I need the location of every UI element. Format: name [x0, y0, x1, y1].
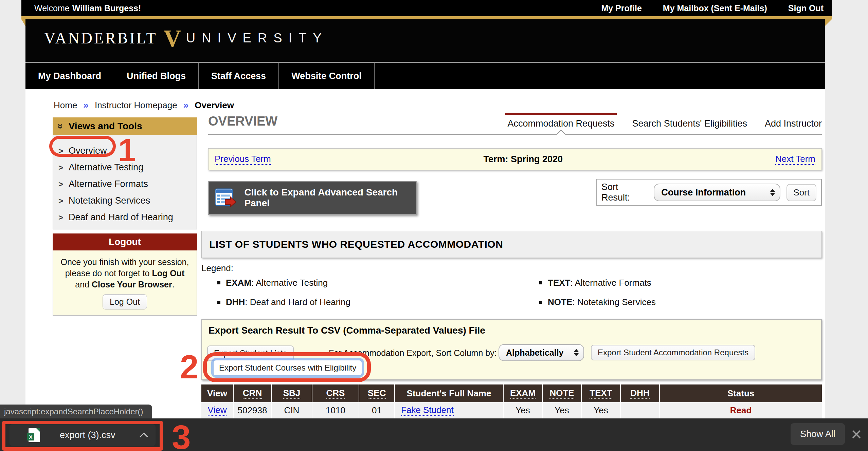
logout-text-line1: Once you finish with your session, [53, 257, 197, 268]
welcome-username: William Burgess! [72, 3, 141, 13]
sidebar-menu: > Overview > Alternative Testing > Alter… [53, 135, 197, 229]
legend-bullet-icon [539, 281, 542, 284]
tab-accommodation-requests[interactable]: Accommodation Requests [507, 118, 614, 129]
close-download-bar-icon[interactable] [849, 427, 864, 442]
tab-add-instructor[interactable]: Add Instructor [765, 118, 822, 129]
status-url-tooltip: javascript:expandSearchPlaceHolder() [0, 405, 152, 418]
cell-dhh [621, 402, 660, 418]
export-student-lists-button[interactable]: Export Student Lists [207, 345, 294, 361]
main-nav: My Dashboard Unified Blogs Staff Access … [25, 62, 825, 89]
sidebar-item-label: Overview [69, 146, 107, 156]
col-header-text[interactable]: TEXT [582, 384, 621, 402]
sidebar-item-alternative-testing[interactable]: > Alternative Testing [58, 159, 197, 176]
sidebar-item-label: Deaf and Hard of Hearing [69, 212, 173, 223]
sidebar-item-overview[interactable]: > Overview [58, 143, 197, 159]
chevron-up-icon[interactable] [140, 432, 148, 440]
col-header-dhh[interactable]: DHH [621, 384, 660, 402]
sidebar-item-deaf-and-hard-of-hearing[interactable]: > Deaf and Hard of Hearing [58, 209, 197, 226]
expand-advanced-search-button[interactable]: Click to Expand Advanced Search Panel [208, 181, 417, 215]
logout-line3-pre: and [75, 280, 92, 289]
sign-out-link[interactable]: Sign Out [788, 3, 824, 13]
vanderbilt-logo: VANDERBILT V UNIVERSITY [44, 26, 328, 51]
export-sort-column-label: For Accommodation Export, Sort Column by… [329, 348, 497, 358]
nav-staff-access[interactable]: Staff Access [199, 63, 279, 89]
legend-bullet-icon [217, 281, 220, 284]
cell-sbj: CIN [272, 402, 312, 418]
legend-desc: : Notetaking Services [572, 297, 656, 307]
downloaded-file-chip[interactable]: X export (3).csv [10, 424, 156, 446]
sidebar-header-label: Views and Tools [69, 121, 142, 132]
my-profile-link[interactable]: My Profile [601, 3, 641, 13]
welcome-greeting: Welcome [34, 3, 70, 13]
logout-text-line3: and Close Your Browser. [53, 279, 197, 290]
sidebar-item-notetaking-services[interactable]: > Notetaking Services [58, 192, 197, 209]
sort-result-selected-value: Course Information [661, 187, 746, 198]
my-mailbox-link[interactable]: My Mailbox (Sent E-Mails) [663, 3, 767, 13]
export-accommodation-requests-button[interactable]: Export Student Accommodation Requests [591, 345, 755, 360]
log-out-button[interactable]: Log Out [103, 294, 147, 309]
logo-banner: VANDERBILT V UNIVERSITY [25, 19, 825, 62]
gold-corner-right [825, 19, 832, 26]
sidebar-item-label: Alternative Testing [69, 162, 143, 173]
logout-line3-bold: Close Your Browser [92, 280, 172, 289]
legend-bullet-icon [217, 301, 220, 304]
logout-line3-post: . [172, 280, 175, 289]
nav-website-control[interactable]: Website Control [279, 63, 375, 89]
export-sort-select[interactable]: Alphabetically [499, 344, 584, 361]
previous-term-link[interactable]: Previous Term [215, 154, 271, 165]
gold-corner-left [21, 19, 25, 26]
section-header: LIST OF STUDENTS WHO REQUESTED ACCOMMODA… [201, 231, 822, 258]
sidebar-item-alternative-formats[interactable]: > Alternative Formats [58, 176, 197, 192]
legend-item-exam: EXAM: Alternative Testing [217, 278, 539, 288]
legend-term: NOTE [548, 297, 572, 307]
sidebar-header-views-and-tools[interactable]: » Views and Tools [53, 117, 197, 135]
logout-line2-pre: please do not forget to [65, 268, 152, 278]
col-header-view: View [201, 384, 234, 402]
sort-result-label: Sort Result: [601, 182, 648, 203]
search-panel-icon [214, 187, 237, 208]
student-name-link[interactable]: Fake Student [401, 405, 454, 416]
excel-x-glyph: X [27, 433, 34, 440]
col-header-student-name: Student's Full Name [395, 384, 504, 402]
table-header-row: View CRN SBJ CRS SEC Student's Full Name… [201, 384, 822, 402]
chevron-right-icon: > [58, 213, 63, 222]
vanderbilt-v-icon: V [164, 26, 181, 51]
sort-button[interactable]: Sort [786, 184, 816, 201]
export-sort-selected-value: Alphabetically [506, 348, 564, 358]
export-student-courses-button[interactable]: Export Student Courses with Eligibility [213, 360, 362, 376]
legend-desc: : Deaf and Hard of Hearing [245, 297, 350, 307]
cell-view: View [201, 402, 234, 418]
chevron-right-icon: > [58, 163, 63, 172]
table-row: View 502938 CIN 1010 01 Fake Student Yes… [201, 402, 822, 418]
col-header-exam[interactable]: EXAM [504, 384, 543, 402]
nav-unified-blogs[interactable]: Unified Blogs [114, 63, 199, 89]
col-header-sec[interactable]: SEC [359, 384, 395, 402]
logout-text-line2: please do not forget to Log Out [53, 268, 197, 279]
col-header-status: Status [660, 384, 822, 402]
legend-item-dhh: DHH: Deaf and Hard of Hearing [217, 297, 539, 307]
legend-item-text: TEXT: Alternative Formats [539, 278, 774, 288]
sort-result-panel: Sort Result: Course Information Sort [596, 179, 822, 206]
nav-my-dashboard[interactable]: My Dashboard [25, 63, 114, 89]
view-link[interactable]: View [208, 405, 227, 416]
cell-status: Read [660, 402, 822, 418]
breadcrumb-instructor-homepage[interactable]: Instructor Homepage [95, 100, 177, 111]
col-header-crs[interactable]: CRS [312, 384, 359, 402]
select-stepper-icon [574, 349, 579, 356]
vanderbilt-wordmark: VANDERBILT [44, 29, 158, 47]
section-header-label: LIST OF STUDENTS WHO REQUESTED ACCOMMODA… [209, 239, 503, 250]
col-header-crn[interactable]: CRN [234, 384, 272, 402]
show-all-button[interactable]: Show All [791, 423, 845, 445]
col-header-note[interactable]: NOTE [543, 384, 582, 402]
sort-result-select[interactable]: Course Information [654, 184, 780, 201]
logout-line2-bold: Log Out [152, 268, 184, 278]
sidebar-item-label: Alternative Formats [69, 179, 148, 189]
tab-search-students-eligibilities[interactable]: Search Students' Eligibilities [632, 118, 747, 129]
gold-divider [21, 16, 832, 19]
cell-crn: 502938 [234, 402, 272, 418]
legend-label: Legend: [201, 263, 233, 274]
col-header-sbj[interactable]: SBJ [272, 384, 312, 402]
export-panel-title: Export Search Result To CSV (Comma-Separ… [209, 325, 485, 336]
next-term-link[interactable]: Next Term [775, 154, 815, 165]
breadcrumb-home[interactable]: Home [54, 100, 77, 111]
